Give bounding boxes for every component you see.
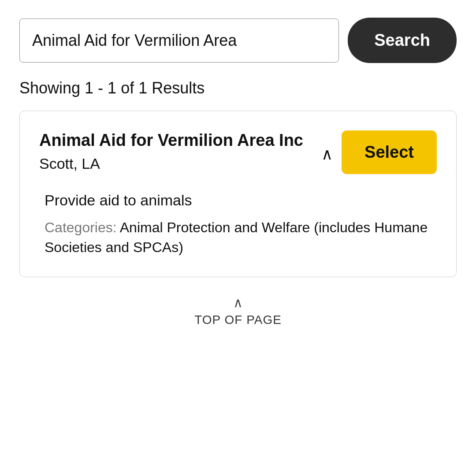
search-button[interactable]: Search (348, 18, 457, 63)
search-row: Search (19, 18, 457, 63)
card-title: Animal Aid for Vermilion Area Inc (39, 130, 312, 151)
top-of-page-label: TOP OF PAGE (194, 313, 282, 327)
card-header: Animal Aid for Vermilion Area Inc Scott,… (39, 130, 437, 174)
top-of-page-chevron-icon: ∧ (233, 295, 243, 310)
chevron-up-icon[interactable]: ∧ (321, 145, 333, 164)
card-description: Provide aid to animals (45, 192, 437, 209)
card-header-right: ∧ Select (321, 130, 437, 174)
search-input[interactable] (32, 31, 326, 50)
search-input-wrapper[interactable] (19, 19, 339, 63)
top-of-page-button[interactable]: ∧ TOP OF PAGE (19, 295, 457, 327)
card-title-block: Animal Aid for Vermilion Area Inc Scott,… (39, 130, 312, 172)
select-button[interactable]: Select (342, 130, 437, 174)
categories-label: Categories: (45, 219, 120, 235)
results-count: Showing 1 - 1 of 1 Results (19, 79, 457, 97)
result-card: Animal Aid for Vermilion Area Inc Scott,… (19, 111, 457, 277)
card-categories: Categories: Animal Protection and Welfar… (45, 218, 437, 257)
card-location: Scott, LA (39, 155, 312, 172)
